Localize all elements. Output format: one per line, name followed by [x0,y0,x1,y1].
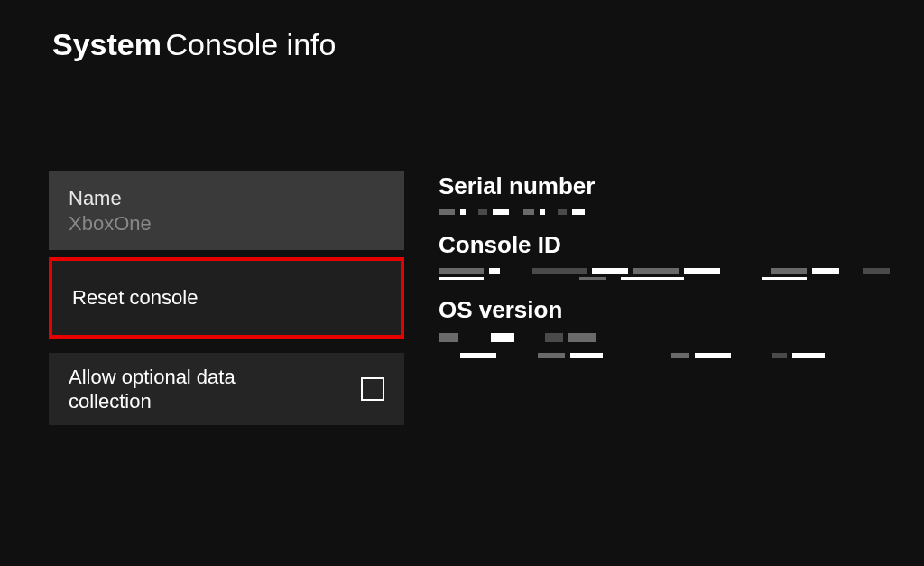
header-title: Console info [165,27,336,61]
serial-number-value-redacted [439,209,890,215]
reset-console-button[interactable]: Reset console [49,257,404,339]
allow-data-collection-label: Allow optional data collection [69,365,321,414]
console-id-value-redacted-2 [439,277,890,280]
serial-number-label: Serial number [439,172,890,200]
page-header: System Console info [0,0,924,62]
console-id-block: Console ID [439,231,890,280]
serial-number-block: Serial number [439,172,890,215]
allow-data-collection-tile[interactable]: Allow optional data collection [49,353,404,425]
console-id-label: Console ID [439,231,890,259]
console-name-tile[interactable]: Name XboxOne [49,171,404,250]
reset-console-label: Reset console [72,286,198,310]
os-version-value-redacted-1 [439,333,890,342]
settings-column: Name XboxOne Reset console Allow optiona… [49,171,410,432]
header-section: System [52,27,162,61]
allow-data-collection-checkbox[interactable] [361,377,384,401]
console-name-value: XboxOne [69,212,152,236]
os-version-value-redacted-2 [439,353,890,358]
os-version-label: OS version [439,296,890,324]
os-version-block: OS version [439,296,890,358]
console-name-label: Name [69,187,122,210]
content-area: Name XboxOne Reset console Allow optiona… [0,62,924,432]
info-column: Serial number Console ID [410,171,890,432]
console-id-value-redacted [439,268,890,274]
